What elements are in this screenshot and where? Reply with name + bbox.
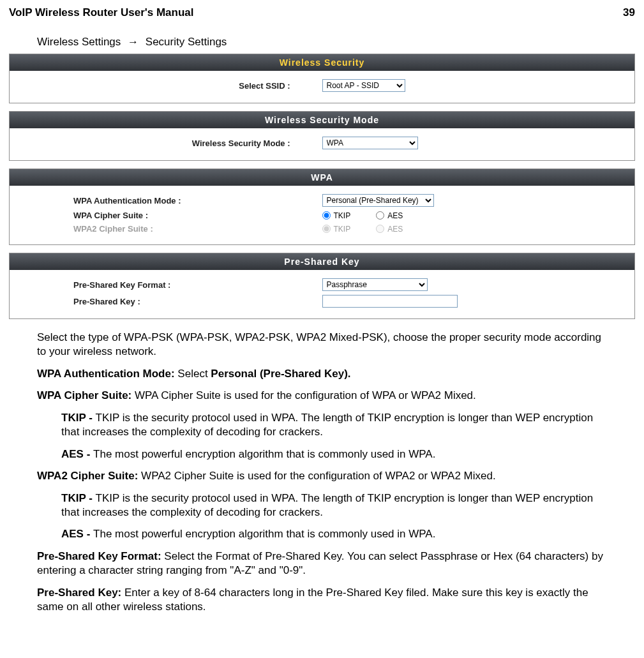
wpa2-cipher-aes-text: AES: [387, 225, 403, 234]
text-wpa-aes: AES - The most powerful encryption algor…: [61, 447, 607, 461]
breadcrumb-arrow-icon: →: [128, 36, 139, 48]
breadcrumb-item-2: Security Settings: [146, 36, 227, 48]
text-intro: Select the type of WPA-PSK (WPA-PSK, WPA…: [37, 331, 607, 359]
wpa-auth-mode-dropdown[interactable]: Personal (Pre-Shared Key): [322, 194, 434, 207]
select-ssid-dropdown[interactable]: Root AP - SSID: [322, 79, 405, 92]
wpa-cipher-tkip-option[interactable]: TKIP: [322, 211, 351, 220]
wpa2-cipher-aes-radio: [376, 225, 384, 233]
wpa-cipher-aes-option[interactable]: AES: [376, 211, 403, 220]
wpa2-cipher-tkip-text: TKIP: [334, 225, 351, 234]
psk-format-label: Pre-Shared Key Format :: [10, 280, 322, 290]
doc-header: VoIP Wireless Router User's Manual 39: [9, 6, 635, 19]
text-wpa-cipher: WPA Cipher Suite: WPA Cipher Suite is us…: [37, 389, 607, 403]
panel-wpa: WPA WPA Authentication Mode : Personal (…: [9, 168, 635, 245]
breadcrumb: Wireless Settings → Security Settings: [37, 36, 635, 49]
wpa2-cipher-tkip-option: TKIP: [322, 225, 351, 234]
security-mode-label: Wireless Security Mode :: [10, 138, 322, 148]
wpa2-cipher-aes-option: AES: [376, 225, 403, 234]
explanation-text: Select the type of WPA-PSK (WPA-PSK, WPA…: [37, 331, 607, 615]
psk-format-dropdown[interactable]: Passphrase: [322, 278, 428, 291]
wpa2-cipher-tkip-radio: [322, 225, 331, 233]
security-mode-dropdown[interactable]: WPA: [322, 137, 418, 149]
text-psk-format: Pre-Shared Key Format: Select the Format…: [37, 550, 607, 578]
text-wpa2-aes: AES - The most powerful encryption algor…: [61, 527, 607, 541]
psk-key-input[interactable]: [322, 295, 458, 308]
wpa-cipher-label: WPA Cipher Suite :: [10, 211, 322, 220]
panel-title-wpa: WPA: [10, 169, 634, 186]
wpa-cipher-aes-text: AES: [387, 211, 403, 220]
psk-key-label: Pre-Shared Key :: [10, 297, 322, 306]
text-psk-key: Pre-Shared Key: Enter a key of 8-64 char…: [37, 586, 607, 615]
text-wpa2-cipher: WPA2 Cipher Suite: WPA2 Cipher Suite is …: [37, 469, 607, 483]
select-ssid-label: Select SSID :: [10, 81, 322, 91]
panel-security-mode: Wireless Security Mode Wireless Security…: [9, 111, 635, 161]
panel-psk: Pre-Shared Key Pre-Shared Key Format : P…: [9, 253, 635, 319]
panel-title-wireless-security: Wireless Security: [10, 54, 634, 71]
panel-title-security-mode: Wireless Security Mode: [10, 112, 634, 128]
doc-title: VoIP Wireless Router User's Manual: [9, 6, 194, 19]
wpa-cipher-aes-radio[interactable]: [376, 211, 384, 220]
wpa-cipher-tkip-radio[interactable]: [322, 211, 331, 220]
breadcrumb-item-1: Wireless Settings: [37, 36, 121, 48]
text-wpa-tkip: TKIP - TKIP is the security protocol use…: [61, 411, 607, 440]
wpa2-cipher-label: WPA2 Cipher Suite :: [10, 224, 322, 234]
wpa-cipher-tkip-text: TKIP: [334, 211, 351, 220]
text-wpa2-tkip: TKIP - TKIP is the security protocol use…: [61, 491, 607, 520]
page-number: 39: [623, 6, 635, 19]
panel-title-psk: Pre-Shared Key: [10, 253, 634, 270]
wpa-auth-mode-label: WPA Authentication Mode :: [10, 196, 322, 206]
text-auth-mode: WPA Authentication Mode: Select Personal…: [37, 367, 607, 381]
panel-wireless-security: Wireless Security Select SSID : Root AP …: [9, 54, 635, 103]
